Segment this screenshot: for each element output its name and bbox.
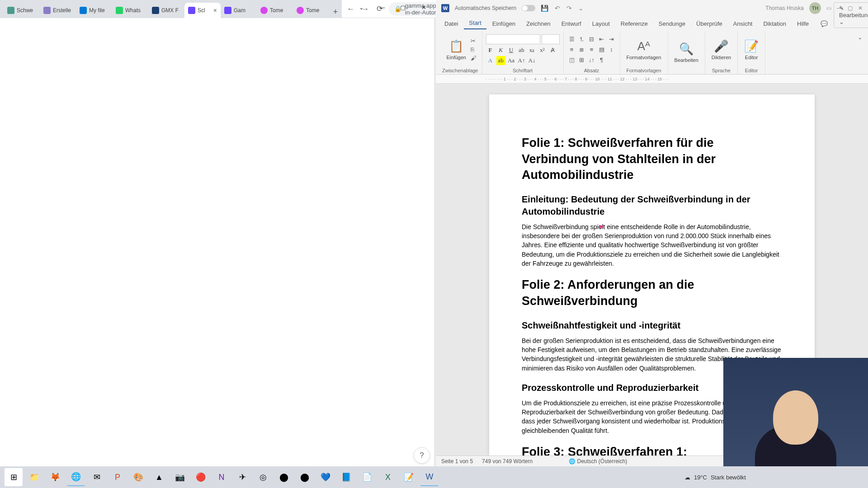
cut-icon[interactable]: ✂ [471,38,476,44]
tab-zeichnen[interactable]: Zeichnen [521,18,555,29]
sort-button[interactable]: ↓↑ [587,56,596,65]
tab-datei[interactable]: Datei [439,18,463,29]
superscript-button[interactable]: x² [538,46,547,55]
tab-referenzen[interactable]: Referenze [616,18,653,29]
help-button[interactable]: ? [414,447,430,464]
copy-icon[interactable]: ⎘ [471,46,476,53]
edit-mode-button[interactable]: ✎ Bearbeitung ⌄ [834,2,868,28]
tab-einfuegen[interactable]: Einfügen [487,18,520,29]
collapse-ribbon-icon[interactable]: ⌄ [855,31,865,74]
justify-button[interactable]: ▤ [597,45,606,54]
taskbar-app[interactable]: 🎨 [129,468,147,486]
dictate-button[interactable]: 🎤Diktieren [709,38,734,61]
numbering-button[interactable]: ⒈ [577,35,586,44]
minimize-icon[interactable]: — [372,0,392,14]
close-icon[interactable]: ✕ [413,0,434,14]
language-indicator[interactable]: Deutsch (Österreich) [577,458,627,465]
doc-paragraph[interactable]: Die Schweißverbindung spielt eine entsch… [522,222,782,268]
chrome-tab[interactable]: Tome [293,3,329,18]
chrome-tab[interactable]: Erstelle [40,3,76,18]
shading-button[interactable]: ◫ [567,56,576,65]
tab-entwurf[interactable]: Entwurf [557,18,586,29]
chrome-tab[interactable]: Schwe [4,3,40,18]
user-avatar[interactable]: TH [809,2,821,14]
align-left-button[interactable]: ≡ [567,45,576,54]
chevron-down-icon[interactable]: ⌄ [351,0,372,14]
borders-button[interactable]: ⊞ [577,56,586,65]
indent-inc-button[interactable]: ⇥ [607,35,616,44]
chrome-tab[interactable]: GMX F [148,3,184,18]
highlight-button[interactable]: ab [496,56,505,65]
styles-button[interactable]: AᴬFormatvorlagen [624,38,664,61]
taskbar-app[interactable]: 🔴 [192,468,210,486]
taskbar-outlook[interactable]: ✉ [88,468,106,486]
doc-heading2[interactable]: Einleitung: Bedeutung der Schweißverbind… [522,193,782,218]
format-painter-icon[interactable]: 🖌 [471,55,476,61]
line-spacing-button[interactable]: ↕ [607,45,616,54]
taskbar-word[interactable]: W [420,468,439,486]
taskbar-chrome[interactable]: 🌐 [67,468,85,486]
chrome-tab[interactable]: My file [76,3,112,18]
taskbar-app[interactable]: 📄 [358,468,376,486]
tab-diktation[interactable]: Diktation [758,18,791,29]
strikethrough-button[interactable]: ab [517,46,526,55]
taskbar-excel[interactable]: X [379,468,397,486]
bold-button[interactable]: F [486,46,495,55]
doc-heading1[interactable]: Folie 1: Schweißverfahren für die Verbin… [522,135,782,183]
chrome-tab[interactable]: Gam [221,3,257,18]
align-center-button[interactable]: ≣ [577,45,586,54]
underline-button[interactable]: U [507,46,516,55]
start-button[interactable]: ⊞ [5,468,23,486]
chrome-tab-active[interactable]: Scl× [184,3,221,18]
taskbar-app[interactable]: 💙 [316,468,335,486]
grow-font-button[interactable]: A↑ [517,56,526,65]
page-indicator[interactable]: Seite 1 von 5 [441,458,473,465]
chrome-tab[interactable]: Tome [257,3,293,18]
subscript-button[interactable]: x₂ [528,46,537,55]
tab-ansicht[interactable]: Ansicht [728,18,758,29]
font-family-input[interactable] [486,34,540,44]
autosave-toggle[interactable] [522,5,535,11]
taskbar-notepad[interactable]: 📝 [400,468,418,486]
ruler[interactable]: · · · · · · · · 1 · · · 2 · · · 3 · · · … [436,75,868,84]
tab-start[interactable]: Start [464,17,486,29]
taskbar-obs[interactable]: ⬤ [275,468,293,486]
font-size-input[interactable] [542,34,560,44]
tab-layout[interactable]: Layout [587,18,615,29]
doc-heading1[interactable]: Folie 2: Anforderungen an die Schweißver… [522,277,782,309]
chrome-tab[interactable]: Whats [112,3,148,18]
save-icon[interactable]: 💾 [541,5,548,12]
word-count[interactable]: 749 von 749 Wörtern [482,458,533,465]
indent-dec-button[interactable]: ⇤ [597,35,606,44]
shrink-font-button[interactable]: A↓ [528,56,537,65]
editor-button[interactable]: 📝Editor [741,38,761,61]
ribbon-mode-icon[interactable]: ▭ [826,5,831,11]
taskbar-vlc[interactable]: ▲ [150,468,168,486]
tab-hilfe[interactable]: Hilfe [792,18,814,29]
case-button[interactable]: Aa [507,56,516,65]
tab-ueberpruefen[interactable]: Überprüfe [691,18,727,29]
chevron-down-icon[interactable]: ⌄ [578,5,584,12]
tab-sendungen[interactable]: Sendunge [654,18,690,29]
taskbar-app[interactable]: 📘 [337,468,355,486]
redo-icon[interactable]: ↷ [566,5,572,12]
italic-button[interactable]: K [496,46,505,55]
taskbar-app[interactable]: ◎ [254,468,272,486]
font-color-button[interactable]: A [486,56,495,65]
find-button[interactable]: 🔍Bearbeiten [672,41,701,64]
taskbar-powerpoint[interactable]: P [108,468,127,486]
paste-button[interactable]: 📋Einfügen [444,38,469,61]
taskbar-onenote[interactable]: N [212,468,231,486]
taskbar-firefox[interactable]: 🦊 [46,468,64,486]
multilevel-button[interactable]: ⊟ [587,35,596,44]
taskbar-app[interactable]: 📷 [171,468,189,486]
comments-button[interactable]: 💬 [816,18,833,29]
taskbar-explorer[interactable]: 📁 [25,468,43,486]
weather-widget[interactable]: ☁ 19°C Stark bewölkt [684,474,746,481]
maximize-icon[interactable]: ▢ [392,0,413,14]
close-icon[interactable]: × [213,7,217,14]
taskbar-telegram[interactable]: ✈ [233,468,251,486]
bullets-button[interactable]: ☰ [567,35,576,44]
doc-heading2[interactable]: Schweißnahtfestigkeit und -integrität [522,319,782,332]
undo-icon[interactable]: ↶ [555,5,560,12]
